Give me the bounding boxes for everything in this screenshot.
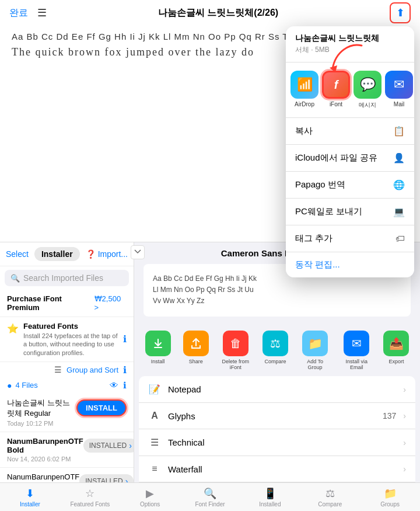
group-sort-row[interactable]: ☰ Group and Sort ℹ [0, 362, 134, 378]
expand-collapse-icon[interactable] [131, 245, 145, 259]
install-email-action[interactable]: ✉ Install via Email [342, 331, 371, 370]
tab-featured[interactable]: ☆ Featured Fonts [60, 487, 120, 507]
install-action-icon [145, 331, 171, 356]
app-mail[interactable]: ✉ Mail [385, 71, 413, 109]
delete-action-icon: 🗑 [223, 331, 249, 356]
menu-icon[interactable]: ☰ [37, 6, 47, 19]
files-count-row: ● 4 Files 👁 ℹ [0, 378, 134, 393]
notepad-chevron-icon: › [403, 385, 406, 394]
font-item-top: 나눔손글씨 느릿느릿체 Regular INSTALL [7, 398, 127, 419]
menu-notepad[interactable]: 📝 Notepad › [139, 376, 415, 403]
share-apps: 📶 AirDrop f iFont 💬 메시지 ✉ Mail [286, 62, 414, 118]
share-button[interactable]: ⬆ [390, 2, 411, 23]
app-ifont[interactable]: f iFont [322, 71, 350, 109]
compare-tab-label: Compare [318, 501, 342, 507]
nav-title: 나눔손글씨 느릿느릿체(2/26) [158, 7, 278, 19]
glyphs-badge: 137 [383, 411, 396, 420]
share-icloud[interactable]: iCloud에서 파일 공유 👤 [286, 145, 414, 172]
select-button[interactable]: Select [6, 249, 29, 259]
install-action[interactable]: Install [145, 331, 171, 370]
featured-desc: Install 224 typefaces at the tap of a bu… [23, 332, 118, 357]
airdrop-label: AirDrop [295, 101, 314, 107]
compare-tab-icon: ⚖ [326, 487, 335, 500]
font-finder-tab-label: Font Finder [195, 501, 225, 507]
options-tab-label: Options [140, 501, 160, 507]
share-sheet: 나눔손글씨 느릿느릿체 서체 · 5MB 📶 AirDrop f iFont 💬… [286, 26, 414, 277]
compare-action[interactable]: ⚖ Compare [262, 331, 288, 370]
install-action-label: Install [151, 359, 165, 364]
options-tab-icon: ▶ [146, 487, 154, 500]
share-subtitle: 서체 · 5MB [295, 45, 405, 55]
featured-fonts-row[interactable]: ⭐ Featured Fonts Install 224 typefaces a… [0, 317, 134, 362]
eye-icon[interactable]: 👁 [110, 380, 118, 391]
copy-icon: 📋 [393, 126, 405, 137]
add-group-action-label: Add To Group [300, 359, 330, 370]
share-title: 나눔손글씨 느릿느릿체 [295, 33, 405, 44]
app-airdrop[interactable]: 📶 AirDrop [290, 71, 318, 109]
export-action[interactable]: 📤 Export [383, 331, 409, 370]
share-copy[interactable]: 복사 📋 [286, 118, 414, 145]
share-pcwhale[interactable]: PC웨일로 보내기 💻 [286, 199, 414, 225]
share-tag[interactable]: 태그 추가 🏷 [286, 225, 414, 252]
search-bar[interactable]: 🔍 Search Imported Files [5, 270, 129, 286]
share-action-label: Share [189, 359, 203, 364]
purchase-premium-row[interactable]: Purchase iFont Premium ₩2,500 > [0, 290, 134, 317]
notepad-label: Notepad [168, 384, 396, 394]
tab-compare[interactable]: ⚖ Compare [300, 487, 360, 507]
tab-installed[interactable]: 📱 Installed [240, 487, 300, 507]
files-count: 4 Files [15, 381, 37, 390]
featured-tab-label: Featured Fonts [70, 501, 110, 507]
ifont-label: iFont [330, 101, 342, 107]
sort-icon: ☰ [54, 365, 62, 374]
technical-label: Technical [168, 437, 396, 447]
copy-label: 복사 [295, 126, 313, 137]
add-group-action-icon: 📁 [302, 331, 328, 356]
search-placeholder: Search Imported Files [23, 273, 103, 283]
purchase-label: Purchase iFont Premium [7, 294, 94, 312]
pcwhale-icon: 💻 [393, 206, 405, 217]
edit-actions-button[interactable]: 동작 편집... [286, 252, 414, 277]
menu-technical[interactable]: ☰ Technical › [139, 429, 415, 456]
installed-tab-icon: 📱 [264, 487, 276, 500]
glyphs-label: Glyphs [168, 411, 376, 421]
files-count-group: ● 4 Files [7, 381, 38, 390]
installer-tab[interactable]: Installer [34, 247, 80, 261]
font-item[interactable]: 나눔손글씨 느릿느릿체 Regular INSTALL Today 10:12 … [0, 393, 134, 432]
app-messages[interactable]: 💬 메시지 [354, 71, 382, 109]
add-group-action[interactable]: 📁 Add To Group [300, 331, 330, 370]
search-icon: 🔍 [10, 274, 20, 283]
font-sample-text: Aa Bb Cc Dd Ee Ff Gg Hh Ii Jj Kk Ll Mm N… [153, 273, 401, 307]
papago-icon: 🌐 [393, 179, 405, 190]
airdrop-icon: 📶 [290, 71, 318, 99]
share-action[interactable]: Share [183, 331, 209, 370]
question-icon: ❓ [86, 249, 96, 259]
waterfall-icon: ≡ [148, 464, 161, 474]
menu-waterfall[interactable]: ≡ Waterfall › [139, 456, 415, 482]
font-date: Today 10:12 PM [7, 420, 127, 427]
import-button[interactable]: ❓ Import... [86, 249, 128, 259]
technical-chevron-icon: › [403, 438, 406, 447]
info-icon[interactable]: ℹ [123, 380, 127, 391]
delete-action[interactable]: 🗑 Delete from iFont [221, 331, 250, 370]
waterfall-chevron-icon: › [403, 464, 406, 474]
tab-bar: ⬇ Installer ☆ Featured Fonts ▶ Options 🔍… [0, 482, 420, 511]
glyphs-icon: A [148, 411, 161, 421]
menu-glyphs[interactable]: A Glyphs 137 › [139, 403, 415, 429]
done-button[interactable]: 완료 [9, 7, 28, 19]
installed-badge: INSTALLED › [83, 439, 134, 453]
share-action-icon [183, 331, 209, 356]
left-top-bar: Select Installer ❓ Import... [0, 242, 134, 266]
messages-label: 메시지 [359, 101, 376, 109]
tab-options[interactable]: ▶ Options [120, 487, 180, 507]
tab-installer[interactable]: ⬇ Installer [0, 487, 60, 507]
papago-label: Papago 번역 [295, 179, 345, 190]
purchase-price: ₩2,500 > [94, 294, 127, 312]
install-button[interactable]: INSTALL [76, 399, 127, 416]
tab-font-finder[interactable]: 🔍 Font Finder [180, 487, 240, 507]
icloud-label: iCloud에서 파일 공유 [295, 152, 377, 164]
tab-groups[interactable]: 📁 Groups [360, 487, 420, 507]
share-papago[interactable]: Papago 번역 🌐 [286, 172, 414, 199]
svg-rect-1 [154, 347, 162, 348]
font-item[interactable]: NanumBarunpenOTF Bold INSTALLED › Nov 14… [0, 432, 134, 468]
technical-icon: ☰ [148, 437, 161, 448]
